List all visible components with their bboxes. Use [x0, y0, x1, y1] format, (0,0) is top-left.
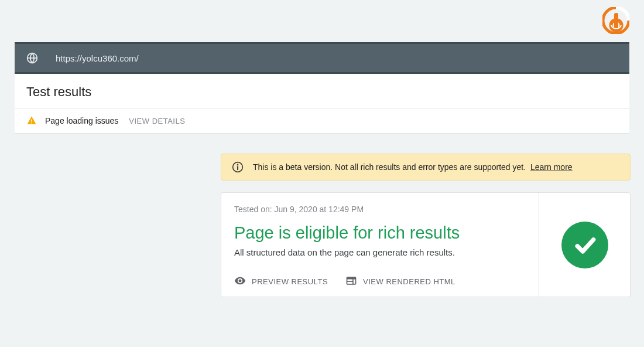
info-icon — [232, 161, 244, 173]
web-icon — [345, 275, 357, 288]
tested-url: https://yolcu360.com/ — [56, 53, 139, 63]
brand-logo — [602, 7, 629, 34]
success-check-icon — [561, 222, 608, 268]
learn-more-link[interactable]: Learn more — [530, 162, 573, 172]
preview-results-label: PREVIEW RESULTS — [252, 277, 328, 286]
view-details-link[interactable]: VIEW DETAILS — [129, 117, 185, 125]
svg-rect-6 — [31, 123, 32, 124]
eye-icon — [234, 275, 246, 288]
result-heading: Page is eligible for rich results — [234, 223, 526, 243]
preview-results-button[interactable]: PREVIEW RESULTS — [234, 275, 328, 288]
globe-icon — [26, 52, 38, 64]
section-title-bar: Test results — [15, 74, 629, 108]
beta-notice-text: This is a beta version. Not all rich res… — [253, 162, 526, 172]
warning-icon — [26, 115, 37, 126]
svg-rect-5 — [31, 120, 32, 122]
page-title: Test results — [26, 84, 618, 100]
result-status-panel — [539, 193, 630, 297]
tested-on-timestamp: Tested on: Jun 9, 2020 at 12:49 PM — [234, 205, 526, 214]
result-subtext: All structured data on the page can gene… — [234, 247, 526, 257]
result-card: Tested on: Jun 9, 2020 at 12:49 PM Page … — [221, 192, 631, 297]
issues-label: Page loading issues — [45, 116, 118, 125]
issues-bar: Page loading issues VIEW DETAILS — [15, 108, 629, 134]
beta-notice: This is a beta version. Not all rich res… — [221, 154, 631, 181]
view-rendered-label: VIEW RENDERED HTML — [363, 277, 455, 286]
url-bar: https://yolcu360.com/ — [15, 42, 629, 74]
view-rendered-html-button[interactable]: VIEW RENDERED HTML — [345, 275, 455, 288]
